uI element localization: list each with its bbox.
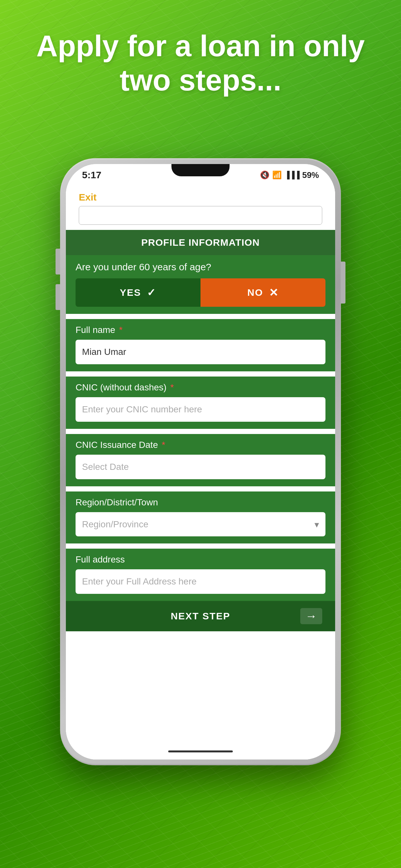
- phone-inner: 5:17 🔇 📶 ▐▐▐ 59% Exit PROFILE INFORMATIO…: [66, 164, 335, 760]
- cnic-date-section: CNIC Issuance Date *: [66, 434, 335, 486]
- camera-notch: [172, 164, 229, 176]
- region-select[interactable]: Region/Province: [75, 512, 326, 536]
- check-icon: ✓: [147, 286, 156, 299]
- no-label: NO: [247, 287, 263, 298]
- address-input[interactable]: [75, 569, 326, 594]
- section-header: PROFILE INFORMATION: [66, 230, 335, 255]
- x-icon: ✕: [269, 286, 279, 299]
- yes-no-row: YES ✓ NO ✕: [75, 278, 326, 307]
- region-label: Region/District/Town: [75, 497, 326, 507]
- app-content: Exit PROFILE INFORMATION Are you under 6…: [66, 186, 335, 760]
- required-star: *: [119, 325, 123, 335]
- phone-outer: 5:17 🔇 📶 ▐▐▐ 59% Exit PROFILE INFORMATIO…: [60, 158, 341, 765]
- required-star-cnic: *: [170, 382, 174, 392]
- signal-icon: ▐▐▐: [284, 171, 300, 179]
- cnic-label: CNIC (without dashes) *: [75, 382, 326, 393]
- age-section: Are you under 60 years of age? YES ✓ NO …: [66, 255, 335, 314]
- wifi-icon: 📶: [272, 170, 282, 180]
- exit-bar: Exit: [66, 186, 335, 206]
- region-section: Region/District/Town Region/Province ▾: [66, 492, 335, 544]
- home-bar: [66, 743, 335, 760]
- full-name-label: Full name *: [75, 325, 326, 335]
- status-time: 5:17: [82, 169, 101, 181]
- address-label: Full address: [75, 554, 326, 565]
- top-field-preview: [79, 206, 322, 225]
- next-step-button[interactable]: NEXT STEP →: [66, 601, 335, 631]
- yes-label: YES: [120, 287, 141, 298]
- next-step-label: NEXT STEP: [171, 611, 230, 622]
- age-question: Are you under 60 years of age?: [75, 261, 326, 273]
- next-arrow-icon: →: [300, 608, 322, 624]
- no-button[interactable]: NO ✕: [201, 278, 326, 307]
- cnic-date-input[interactable]: [75, 455, 326, 479]
- headline: Apply for a loan in only two steps...: [0, 29, 401, 97]
- home-bar-line: [168, 750, 233, 752]
- address-section: Full address: [66, 549, 335, 601]
- form-scroll: Are you under 60 years of age? YES ✓ NO …: [66, 255, 335, 743]
- cnic-section: CNIC (without dashes) *: [66, 376, 335, 429]
- region-select-wrapper: Region/Province ▾: [75, 512, 326, 536]
- phone-wrapper: 5:17 🔇 📶 ▐▐▐ 59% Exit PROFILE INFORMATIO…: [60, 158, 341, 765]
- status-icons: 🔇 📶 ▐▐▐ 59%: [260, 170, 319, 180]
- cnic-date-label: CNIC Issuance Date *: [75, 440, 326, 450]
- yes-button[interactable]: YES ✓: [75, 278, 201, 307]
- full-name-input[interactable]: [75, 340, 326, 364]
- full-name-section: Full name *: [66, 319, 335, 371]
- exit-button[interactable]: Exit: [79, 192, 96, 203]
- battery-text: 59%: [302, 170, 319, 180]
- required-star-date: *: [162, 440, 165, 450]
- mute-icon: 🔇: [260, 170, 270, 180]
- cnic-input[interactable]: [75, 397, 326, 422]
